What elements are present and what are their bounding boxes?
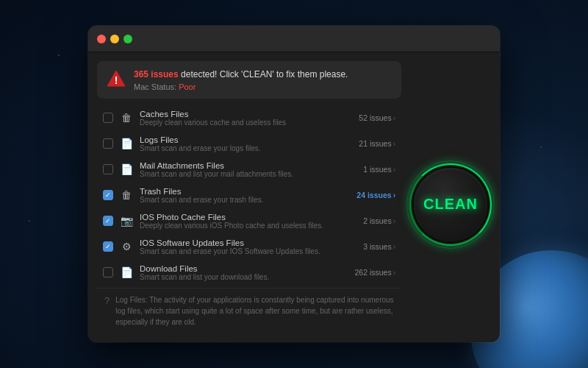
item-desc-ios-photo: Deeply clean various iOS Photo cache and… [140,222,357,230]
item-name-ios-photo: IOS Photo Cache Files [140,213,357,222]
item-name-mail: Mail Attachments Files [140,161,357,170]
warning-icon: ! [106,68,126,89]
main-window: ! 365 issues detected! Click 'CLEAN' to … [88,26,500,342]
list-item-mail[interactable]: 📄Mail Attachments FilesSmart scan and li… [97,158,401,182]
close-button[interactable] [97,35,106,43]
item-info-trash: Trash FilesSmart scan and erase your tra… [140,187,351,204]
chevron-icon: › [393,217,395,225]
item-name-caches: Caches Files [140,110,353,118]
item-desc-caches: Deeply clean various cache and useless f… [140,118,353,127]
item-count-downloads: 262 issues › [354,268,395,277]
item-count-ios-photo: 2 issues › [363,216,395,225]
alert-title: 365 issues detected! Click 'CLEAN' to fi… [134,68,392,81]
footer-tip: ? Log Files: The activity of your applic… [97,288,401,333]
info-icon: ? [104,295,110,306]
list-item-trash[interactable]: 🗑Trash FilesSmart scan and erase your tr… [97,183,401,208]
checkbox-downloads[interactable] [103,267,113,277]
chevron-icon: › [393,114,395,122]
alert-text: 365 issues detected! Click 'CLEAN' to fi… [134,68,392,91]
svg-text:!: ! [115,74,118,86]
item-info-downloads: Download FilesSmart scan and list your d… [140,264,348,281]
item-desc-trash: Smart scan and erase your trash files. [140,196,351,204]
minimize-button[interactable] [110,35,119,43]
chevron-icon: › [393,269,395,277]
checkbox-trash[interactable] [103,190,113,200]
chevron-icon: › [393,166,395,174]
checkbox-caches[interactable] [103,113,113,123]
right-panel: CLEAN [410,61,491,333]
item-info-logs: Logs FilesSmart scan and erase your logs… [140,135,353,152]
maximize-button[interactable] [123,35,132,43]
clean-label: CLEAN [423,196,478,213]
item-icon-ios-photo: 📷 [119,213,134,228]
list-item-ios-software[interactable]: ⚙IOS Software Updates FilesSmart scan an… [97,235,401,259]
item-count-mail: 1 issues › [363,165,395,174]
item-info-caches: Caches FilesDeeply clean various cache a… [140,110,353,127]
item-info-ios-photo: IOS Photo Cache FilesDeeply clean variou… [140,213,357,230]
left-panel: ! 365 issues detected! Click 'CLEAN' to … [97,61,401,333]
clean-button[interactable]: CLEAN [414,168,487,241]
items-list: 🗑Caches FilesDeeply clean various cache … [97,106,401,285]
status-value: Poor [179,82,196,91]
alert-status: Mac Status: Poor [134,82,392,91]
item-icon-mail: 📄 [119,162,134,177]
item-count-ios-software: 3 issues › [363,242,395,251]
checkbox-logs[interactable] [103,138,113,149]
tip-text: Log Files: The activity of your applicat… [115,294,394,328]
item-count-logs: 21 issues › [359,139,395,148]
item-count-caches: 52 issues › [359,113,395,122]
item-desc-mail: Smart scan and list your mail attachment… [140,170,357,178]
item-name-logs: Logs Files [140,135,353,144]
checkbox-ios-software[interactable] [103,241,113,252]
item-name-downloads: Download Files [140,264,348,273]
title-bar [88,26,500,52]
alert-message: detected! Click 'CLEAN' to fix them plea… [179,69,348,79]
item-name-ios-software: IOS Software Updates Files [140,238,357,247]
status-label: Mac Status: [134,82,176,91]
item-icon-logs: 📄 [119,136,134,151]
chevron-icon: › [393,243,395,251]
traffic-lights [97,35,132,43]
content-area: ! 365 issues detected! Click 'CLEAN' to … [88,52,500,342]
item-desc-logs: Smart scan and erase your logs files. [140,144,353,152]
chevron-icon: › [393,140,395,148]
item-info-mail: Mail Attachments FilesSmart scan and lis… [140,161,357,178]
item-count-trash: 24 issues › [356,191,395,199]
item-name-trash: Trash Files [140,187,351,196]
list-item-ios-photo[interactable]: 📷IOS Photo Cache FilesDeeply clean vario… [97,209,401,233]
list-item-downloads[interactable]: 📄Download FilesSmart scan and list your … [97,261,401,285]
checkbox-mail[interactable] [103,164,113,174]
item-desc-ios-software: Smart scan and erase your IOS Software U… [140,247,357,255]
checkbox-ios-photo[interactable] [103,216,113,226]
item-icon-caches: 🗑 [119,110,134,125]
item-info-ios-software: IOS Software Updates FilesSmart scan and… [140,238,357,255]
list-item-logs[interactable]: 📄Logs FilesSmart scan and erase your log… [97,132,401,156]
alert-bar: ! 365 issues detected! Click 'CLEAN' to … [97,61,401,99]
item-icon-ios-software: ⚙ [119,239,134,254]
item-icon-trash: 🗑 [119,188,134,202]
issues-count: 365 issues [134,69,179,79]
chevron-icon: › [393,191,395,199]
item-desc-downloads: Smart scan and list your download files. [140,273,348,281]
list-item-caches[interactable]: 🗑Caches FilesDeeply clean various cache … [97,106,401,130]
item-icon-downloads: 📄 [119,265,134,280]
